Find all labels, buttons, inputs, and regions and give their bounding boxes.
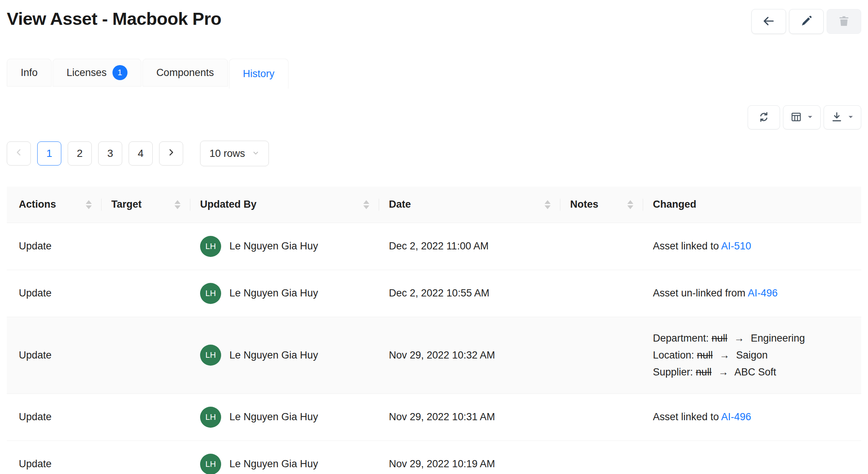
page-button-1[interactable]: 1	[37, 141, 61, 166]
table-row: Update LHLe Nguyen Gia Huy Nov 29, 2022 …	[7, 441, 861, 474]
sort-carets-icon	[545, 200, 551, 209]
rows-per-page-select[interactable]: 10 rows	[200, 141, 269, 166]
table-grid-icon	[790, 111, 802, 124]
column-header-notes[interactable]: Notes	[560, 187, 643, 223]
prev-page-button[interactable]	[7, 141, 31, 166]
licenses-count-badge: 1	[112, 65, 127, 80]
back-button[interactable]	[751, 9, 786, 34]
chevron-right-icon	[167, 147, 176, 160]
changed-cell: Asset un-linked from AI-496	[643, 270, 861, 317]
user-name: Le Nguyen Gia Huy	[229, 240, 318, 252]
page-button-4[interactable]: 4	[129, 141, 153, 166]
new-value: Engineering	[751, 333, 805, 344]
old-value: null	[712, 333, 727, 344]
asset-link[interactable]: AI-496	[721, 411, 751, 422]
tab-info[interactable]: Info	[7, 59, 52, 87]
target-cell	[102, 317, 190, 393]
date-cell: Nov 29, 2022 10:32 AM	[379, 317, 560, 393]
changed-cell: Asset linked to AI-496	[643, 393, 861, 441]
sort-carets-icon	[175, 200, 181, 209]
arrow-glyph: →	[719, 349, 730, 361]
notes-cell	[560, 393, 643, 441]
new-value: ABC Soft	[734, 366, 776, 378]
old-value: null	[696, 366, 712, 378]
column-header-updated-by[interactable]: Updated By	[190, 187, 379, 223]
updated-by-cell: LHLe Nguyen Gia Huy	[190, 223, 379, 270]
table-header: Actions Target Updated By Date Notes	[7, 187, 861, 223]
field-change: Location: null → Saigon	[653, 347, 851, 364]
sync-icon	[758, 111, 770, 124]
sort-carets-icon	[86, 200, 92, 209]
arrow-left-icon	[762, 15, 775, 29]
changed-cell: Asset linked to AI-510	[643, 223, 861, 270]
sort-carets-icon	[363, 200, 369, 209]
page-header: View Asset - Macbook Pro	[7, 0, 861, 34]
tab-bar: Info Licenses 1 Components History	[7, 59, 861, 89]
notes-cell	[560, 270, 643, 317]
changed-cell: Department: null → Engineering Location:…	[643, 317, 861, 393]
updated-by-cell: LHLe Nguyen Gia Huy	[190, 317, 379, 393]
column-header-actions[interactable]: Actions	[7, 187, 102, 223]
arrow-glyph: →	[734, 333, 744, 344]
target-cell	[102, 441, 190, 474]
page-button-3[interactable]: 3	[98, 141, 122, 166]
header-actions	[751, 9, 861, 34]
columns-button[interactable]	[783, 105, 821, 129]
avatar: LH	[200, 283, 221, 304]
caret-down-icon	[847, 114, 854, 122]
notes-cell	[560, 441, 643, 474]
asset-detail-page: View Asset - Macbook Pro Info	[0, 0, 868, 474]
export-button[interactable]	[824, 105, 861, 129]
old-value: null	[697, 349, 713, 361]
notes-cell	[560, 223, 643, 270]
chevron-left-icon	[14, 147, 23, 160]
caret-down-icon	[807, 114, 813, 122]
avatar: LH	[200, 407, 221, 428]
refresh-button[interactable]	[748, 105, 780, 129]
target-cell	[102, 270, 190, 317]
column-header-date[interactable]: Date	[379, 187, 560, 223]
page-button-2[interactable]: 2	[68, 141, 92, 166]
tab-label: Components	[156, 67, 214, 79]
asset-link[interactable]: AI-510	[721, 240, 751, 252]
action-cell: Update	[7, 223, 102, 270]
sort-carets-icon	[627, 200, 633, 209]
page-title: View Asset - Macbook Pro	[7, 8, 221, 29]
user-name: Le Nguyen Gia Huy	[229, 349, 318, 361]
field-change: Department: null → Engineering	[653, 330, 851, 347]
tab-licenses[interactable]: Licenses 1	[53, 59, 141, 87]
edit-button[interactable]	[789, 9, 824, 34]
table-row: Update LHLe Nguyen Gia Huy Dec 2, 2022 1…	[7, 270, 861, 317]
avatar: LH	[200, 454, 221, 474]
updated-by-cell: LHLe Nguyen Gia Huy	[190, 393, 379, 441]
date-cell: Dec 2, 2022 10:55 AM	[379, 270, 560, 317]
avatar: LH	[200, 236, 221, 257]
date-cell: Nov 29, 2022 10:19 AM	[379, 441, 560, 474]
tab-components[interactable]: Components	[143, 59, 228, 87]
user-name: Le Nguyen Gia Huy	[229, 458, 318, 470]
table-row: Update LHLe Nguyen Gia Huy Nov 29, 2022 …	[7, 393, 861, 441]
column-header-target[interactable]: Target	[102, 187, 190, 223]
table-row: Update LHLe Nguyen Gia Huy Nov 29, 2022 …	[7, 317, 861, 393]
date-cell: Nov 29, 2022 10:31 AM	[379, 393, 560, 441]
arrow-glyph: →	[718, 366, 728, 378]
changed-cell	[643, 441, 861, 474]
target-cell	[102, 393, 190, 441]
action-cell: Update	[7, 441, 102, 474]
tab-history[interactable]: History	[229, 59, 288, 89]
tab-label: Licenses	[67, 67, 107, 79]
user-name: Le Nguyen Gia Huy	[229, 287, 318, 299]
history-table: Actions Target Updated By Date Notes	[7, 187, 861, 474]
target-cell	[102, 223, 190, 270]
chevron-down-icon	[252, 148, 259, 160]
column-header-changed: Changed	[643, 187, 861, 223]
delete-button[interactable]	[827, 9, 861, 34]
next-page-button[interactable]	[159, 141, 183, 166]
pencil-icon	[800, 15, 813, 29]
table-toolbar	[7, 105, 861, 129]
asset-link[interactable]: AI-496	[748, 287, 778, 299]
avatar: LH	[200, 345, 221, 366]
action-cell: Update	[7, 393, 102, 441]
rows-per-page-value: 10 rows	[209, 148, 245, 160]
tab-label: Info	[21, 67, 38, 79]
